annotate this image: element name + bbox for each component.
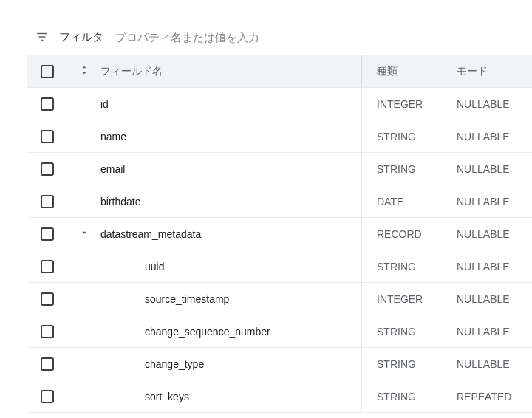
field-type: INTEGER	[362, 293, 451, 305]
header-type[interactable]: 種類	[362, 65, 451, 78]
table-row: nameSTRINGNULLABLE	[27, 120, 532, 153]
table-row: source_timestampINTEGERNULLABLE	[27, 283, 532, 315]
field-mode: NULLABLE	[451, 163, 532, 175]
table-row: change_sequence_numberSTRINGNULLABLE	[27, 315, 532, 348]
table-row: sort_keysSTRINGREPEATED	[27, 380, 532, 413]
field-type: STRING	[362, 391, 451, 402]
field-mode: NULLABLE	[451, 358, 532, 370]
field-mode: NULLABLE	[451, 293, 532, 305]
schema-table: フィールド名 種類 モード idINTEGERNULLABLEnameSTRIN…	[27, 55, 532, 413]
table-header-row: フィールド名 種類 モード	[27, 55, 532, 88]
row-checkbox[interactable]	[41, 292, 54, 306]
field-name: datastream_metadata	[100, 218, 362, 250]
filter-input[interactable]	[114, 30, 523, 44]
sort-icon[interactable]	[78, 64, 90, 78]
table-row: idINTEGERNULLABLE	[27, 88, 532, 120]
field-mode: NULLABLE	[451, 261, 532, 273]
table-row: datastream_metadataRECORDNULLABLE	[27, 218, 532, 250]
row-checkbox[interactable]	[41, 357, 54, 371]
field-type: STRING	[362, 326, 451, 338]
field-type: DATE	[362, 196, 451, 208]
row-checkbox[interactable]	[41, 325, 54, 338]
row-checkbox[interactable]	[41, 195, 54, 208]
field-type: STRING	[362, 261, 451, 273]
field-type: RECORD	[362, 228, 451, 240]
field-mode: REPEATED	[451, 391, 532, 402]
row-checkbox[interactable]	[41, 162, 54, 176]
field-type: STRING	[362, 358, 451, 370]
table-row: change_typeSTRINGNULLABLE	[27, 348, 532, 380]
row-checkbox[interactable]	[41, 97, 54, 111]
row-checkbox[interactable]	[41, 260, 54, 273]
field-mode: NULLABLE	[451, 131, 532, 143]
header-field-name[interactable]: フィールド名	[100, 55, 362, 87]
field-type: STRING	[362, 163, 451, 175]
field-mode: NULLABLE	[451, 326, 532, 338]
field-name: source_timestamp	[100, 283, 362, 315]
filter-icon[interactable]	[35, 30, 49, 44]
filter-bar: フィルタ	[27, 19, 532, 55]
field-name: sort_keys	[100, 380, 362, 412]
field-mode: NULLABLE	[451, 228, 532, 240]
field-mode: NULLABLE	[451, 98, 532, 110]
field-name: email	[100, 153, 362, 185]
field-mode: NULLABLE	[451, 196, 532, 208]
field-name: change_sequence_number	[100, 315, 362, 347]
field-type: INTEGER	[362, 98, 451, 110]
table-row: emailSTRINGNULLABLE	[27, 153, 532, 185]
header-mode[interactable]: モード	[451, 65, 532, 78]
field-name: uuid	[100, 250, 362, 282]
select-all-checkbox[interactable]	[41, 65, 54, 78]
row-checkbox[interactable]	[41, 130, 54, 143]
field-name: change_type	[100, 348, 362, 380]
field-name: id	[100, 88, 362, 120]
row-checkbox[interactable]	[41, 227, 54, 241]
filter-label: フィルタ	[59, 30, 103, 44]
field-type: STRING	[362, 131, 451, 143]
field-name: birthdate	[100, 185, 362, 217]
field-name: name	[100, 120, 362, 152]
caret-down-icon[interactable]	[79, 227, 89, 240]
table-row: uuidSTRINGNULLABLE	[27, 250, 532, 283]
table-row: birthdateDATENULLABLE	[27, 185, 532, 218]
row-checkbox[interactable]	[41, 390, 54, 403]
